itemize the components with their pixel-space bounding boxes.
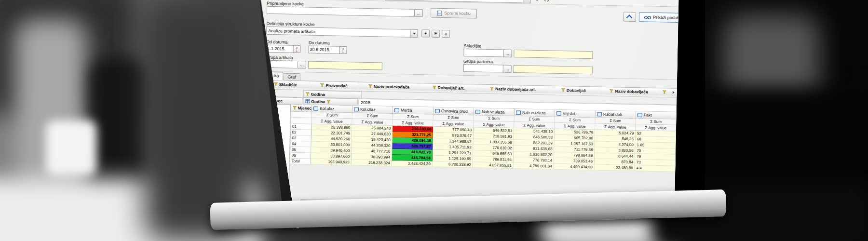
row-label-01[interactable]: 01 [290, 124, 312, 130]
cube-icon [313, 106, 318, 110]
chevron-down-icon[interactable] [523, 0, 530, 3]
prepared-cubes-input[interactable] [267, 6, 414, 17]
from-date-input[interactable] [266, 45, 294, 53]
definition-combo[interactable]: Analiza prometa artikala [266, 27, 418, 38]
article-group-name-field[interactable] [308, 61, 382, 70]
delete-definition-button[interactable]: x [442, 30, 450, 38]
pivot-field-naziv-dobavlja-a-art[interactable]: Naziv dobavljača art. [478, 85, 548, 94]
app-window: Početni izgled Pripremljene kocke ... Sp… [258, 0, 679, 212]
cube-icon [435, 108, 440, 113]
pivot-field-dobavlja[interactable]: Dobavljač [548, 86, 598, 94]
cube-icon [354, 107, 359, 111]
filter-icon [368, 84, 372, 88]
value-cell-total-nab-vr-izlaza[interactable]: 4.789.001,04 [514, 163, 554, 170]
toolbar-extra-icon-1[interactable] [533, 0, 541, 3]
value-cell-total-fakt[interactable]: 4.4 [635, 165, 676, 172]
value-cell-total-mar-a[interactable]: 2.423.424,39 [392, 161, 433, 167]
filter-icon [327, 100, 331, 104]
row-label-06[interactable]: 06 [290, 153, 312, 159]
prepared-cubes-browse-button[interactable]: ... [414, 9, 423, 17]
row-label-05[interactable]: 05 [290, 147, 312, 153]
column-field-label: Godina [311, 99, 325, 104]
filter-icon [561, 88, 565, 92]
measure-column-vrij-dob: Vrij dob.Σ SumΣ Agg. value526.786,79665.… [554, 110, 596, 171]
filter-icon [610, 89, 613, 93]
pivot-field-naziv-dobavlja-a[interactable]: Naziv dobavljača [599, 88, 659, 95]
chevron-right-icon [673, 91, 675, 94]
to-date-input[interactable] [308, 45, 340, 54]
pivot-field-naziv-proizvo-a-a[interactable]: Naziv proizvođača [358, 83, 419, 91]
to-date-calendar-button[interactable] [339, 46, 347, 54]
filter-icon [293, 106, 297, 110]
row-label-02[interactable]: 02 [290, 130, 312, 136]
pivot-field-label: Proizvođač [326, 83, 348, 88]
filter-form: Pripremljene kocke ... Spremi kocku Prik… [261, 0, 679, 80]
article-group-browse-button[interactable]: ... [298, 61, 306, 68]
value-cell-total-kol-izlaz[interactable]: 219.238,324 [352, 160, 392, 166]
measure-header-mar-a[interactable]: Marža [393, 107, 434, 115]
show-data-button[interactable]: Prikaži podatke [639, 12, 679, 23]
from-date-calendar-button[interactable] [293, 45, 300, 53]
measure-column-osnovica-prod: Osnovica prodΣ SumΣ Agg. value777.050,43… [433, 107, 474, 168]
calendar-icon [296, 47, 297, 52]
measure-header-kol-izlaz[interactable]: Kol.izlaz [353, 106, 393, 114]
field-scroll-right[interactable] [670, 89, 677, 96]
edit-definition-button[interactable]: E [432, 30, 440, 38]
measure-column-mar-a: MaržaΣ SumΣ Agg. value290.103,60321.771,… [392, 107, 434, 167]
measure-header-rabat-dob[interactable]: Rabat dob. [596, 110, 636, 119]
measure-header-kol-ulaz[interactable]: Kol.ulaz [312, 105, 353, 113]
column-field-label: Godina [311, 92, 325, 97]
toolbar-extra-icon-2[interactable] [543, 0, 550, 3]
partner-group-name-field[interactable] [514, 65, 593, 74]
measure-header-label: Fakt [644, 112, 652, 117]
measure-column-kol-ulaz: Kol.ulazΣ SumΣ Agg. value22.388,86022.30… [311, 105, 353, 166]
partner-group-code-input[interactable] [463, 64, 504, 73]
row-label-04[interactable]: 04 [290, 141, 312, 147]
prepared-cubes-label: Pripremljene kocke [267, 1, 304, 7]
value-cell-total-rabat-dob[interactable]: 23.480,89 [595, 164, 635, 171]
value-cell-total-osnovica-prod[interactable]: 6.720.238,92 [433, 161, 473, 168]
tab-graf[interactable]: Graf [283, 73, 300, 80]
warehouse-code-input[interactable] [463, 49, 504, 57]
collapse-button[interactable] [624, 12, 636, 22]
partner-group-label: Grupa partnera [463, 59, 493, 64]
pivot-field-label: Naziv dobavljača [615, 89, 648, 94]
filter-icon [274, 82, 278, 86]
measure-header-vrij-dob[interactable]: Vrij dob. [555, 110, 596, 118]
warehouse-label: Skladište [464, 43, 482, 49]
partner-group-browse-button[interactable]: ... [503, 65, 512, 73]
row-label-spacer [290, 112, 312, 118]
warehouse-name-field[interactable] [514, 50, 593, 59]
measure-column-rabat-dob: Rabat dob.Σ SumΣ Agg. value5.024,79846,2… [595, 110, 636, 171]
measure-header-fakt[interactable]: Fakt [636, 111, 677, 120]
measure-header-nab-vr-ulaza[interactable]: Nab.vr.ulaza [474, 108, 515, 116]
row-label-03[interactable]: 03 [290, 135, 312, 142]
measure-header-label: Nab.vr.ulaza [482, 109, 504, 115]
row-label-column: Mjesec010203040506Total [289, 105, 312, 165]
row-label-header[interactable]: Mjesec [291, 105, 312, 112]
value-cell-total-nab-vr-ulaza[interactable]: 4.857.855,81 [473, 162, 514, 169]
definition-label: Definicija strukture kocke [266, 21, 314, 27]
cube-icon [475, 109, 480, 114]
warehouse-browse-button[interactable]: ... [503, 50, 512, 57]
pivot-field-dobavlja-art[interactable]: Dobavljač art. [420, 84, 477, 92]
row-label-total[interactable]: Total [289, 159, 311, 165]
form-separator [427, 8, 427, 18]
filter-icon [490, 87, 494, 91]
value-cell-total-kol-ulaz[interactable]: 193.949,925 [311, 159, 352, 166]
save-cube-label: Spremi kocku [444, 11, 471, 16]
measure-header-nab-vr-izlaza[interactable]: Nab.vr.izlaza [515, 109, 555, 117]
chevron-down-icon[interactable] [410, 30, 417, 37]
pivot-field-extra[interactable] [659, 89, 670, 95]
measure-header-osnovica-prod[interactable]: Osnovica prod [434, 107, 474, 116]
cube-icon [597, 112, 602, 116]
value-cell-total-vrij-dob[interactable]: 4.499.434,90 [554, 164, 595, 171]
glasses-icon [644, 15, 651, 19]
table-icon [305, 99, 310, 103]
add-definition-button[interactable]: + [421, 29, 430, 37]
save-cube-button[interactable]: Spremi kocku [431, 8, 477, 19]
measure-column-kol-izlaz: Kol.izlazΣ SumΣ Agg. value25.084,24027.4… [352, 106, 393, 166]
filter-icon [320, 83, 324, 87]
filter-icon [306, 92, 310, 96]
pivot-field-proizvo-a[interactable]: Proizvođač [310, 82, 358, 90]
